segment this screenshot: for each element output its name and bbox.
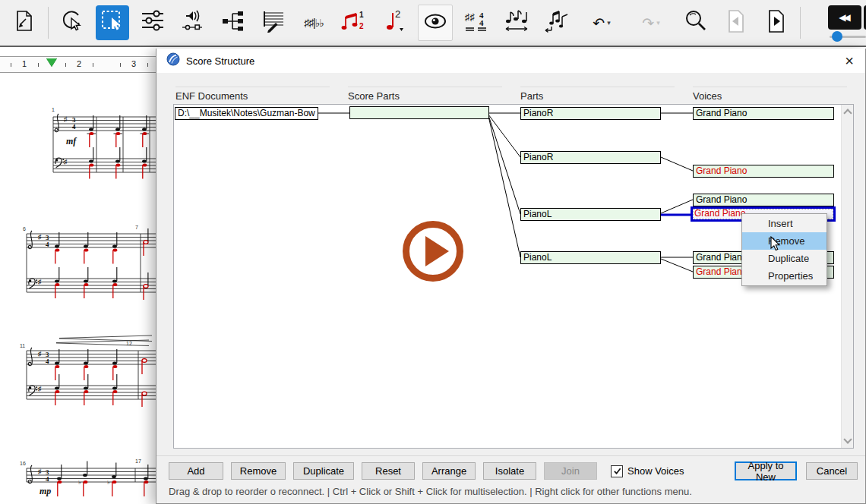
transpose-button[interactable] (540, 5, 574, 40)
marquee-select-icon (100, 8, 125, 37)
cancel-button[interactable]: Cancel (806, 462, 858, 480)
staff-pencil-icon (261, 10, 286, 36)
page-setup-icon (13, 9, 36, 36)
play-button[interactable] (403, 221, 463, 282)
svg-text:♯: ♯ (38, 278, 42, 285)
column-header-voices: Voices (693, 87, 847, 102)
svg-text:♭: ♭ (107, 479, 110, 486)
page-setup-button[interactable] (8, 5, 41, 40)
score-canvas[interactable]: ♯34 ♯ ♯34 ♯ ♯34 ♯ ♯34 (0, 71, 156, 504)
select-tool-button[interactable] (55, 5, 89, 40)
horizontal-ruler: 1 2 3 (0, 56, 156, 73)
enf-document-node[interactable]: D:\__Musitek\Notes\Guzman-Bow (175, 107, 318, 120)
scroll-up-icon[interactable] (843, 109, 852, 117)
svg-text:16: 16 (20, 461, 26, 466)
dialog-title: Score Structure (186, 55, 254, 67)
app-logo-icon (166, 52, 180, 69)
svg-text:♯♯: ♯♯ (465, 11, 475, 23)
svg-text:12: 12 (126, 341, 132, 346)
playback-controls: ◀◀ (826, 2, 866, 44)
part-node[interactable]: PianoR (520, 151, 661, 164)
svg-text:♯: ♯ (38, 233, 42, 241)
svg-text:11: 11 (20, 343, 25, 348)
playback-config-button[interactable] (176, 5, 210, 40)
svg-text:2: 2 (395, 8, 400, 20)
score-page[interactable]: 1 2 3 ♯34 (0, 49, 156, 504)
transpose-icon (544, 9, 570, 36)
properties-button[interactable] (136, 5, 169, 40)
part-node[interactable]: PianoR (520, 107, 661, 120)
toolbar-separator (800, 7, 801, 39)
voice-node[interactable]: Grand Piano (693, 194, 834, 206)
hairpin-crescendo (56, 335, 152, 346)
dialog-footer: Add Remove Duplicate Reset Arrange Isola… (169, 461, 858, 480)
note-spacing-button[interactable] (500, 5, 533, 40)
svg-text:♯: ♯ (64, 158, 68, 165)
toolbar-separator (48, 7, 49, 39)
menu-item-insert[interactable]: Insert (742, 215, 826, 232)
close-icon[interactable]: × (838, 50, 861, 71)
arrange-button[interactable]: Arrange (422, 462, 476, 480)
redo-icon: ↷ (642, 16, 654, 30)
prev-page-button (719, 5, 753, 40)
column-header-enf-documents: ENF Documents (175, 87, 330, 102)
remove-button[interactable]: Remove (231, 462, 286, 480)
staff-properties-button[interactable] (257, 5, 290, 40)
voice-colors-button[interactable]: 12 (337, 5, 371, 40)
scroll-down-icon[interactable] (843, 435, 852, 443)
isolate-button[interactable]: Isolate (483, 462, 536, 480)
column-header-score-parts: Score Parts (348, 87, 502, 102)
undo-icon: ↶ (593, 16, 605, 30)
svg-text:2: 2 (359, 22, 364, 30)
column-header-parts: Parts (520, 87, 675, 102)
add-button[interactable]: Add (169, 462, 223, 480)
main-toolbar: ♯♯|♭♭ 12 2 ♯♯44 ↶ ▾ ↷ ▾ (0, 0, 866, 47)
score-structure-button[interactable] (216, 5, 250, 40)
svg-text:4: 4 (72, 123, 76, 131)
check-icon (613, 467, 621, 475)
undo-button[interactable]: ↶ ▾ (580, 5, 623, 40)
accidentals-button[interactable]: ♯♯|♭♭ (297, 5, 330, 40)
voice-node[interactable]: Grand Piano (693, 165, 834, 178)
magnifier-icon (684, 9, 708, 36)
menu-item-remove[interactable]: Remove (742, 232, 826, 250)
redo-button[interactable]: ↷ ▾ (630, 5, 672, 40)
svg-text:6: 6 (23, 226, 26, 232)
next-page-button[interactable] (760, 5, 793, 40)
dialog-titlebar[interactable]: Score Structure × (156, 49, 865, 73)
redo-dropdown-icon: ▾ (656, 19, 660, 27)
key-time-signature-button[interactable]: ♯♯44 (460, 5, 493, 40)
dynamic-mp: mp (40, 486, 51, 496)
svg-text:4: 4 (479, 18, 484, 27)
menu-item-properties[interactable]: Properties (742, 267, 826, 285)
svg-text:4: 4 (46, 475, 49, 483)
zoom-button[interactable] (679, 5, 713, 40)
part-node[interactable]: PianoL (520, 251, 661, 264)
vertical-scrollbar[interactable] (841, 105, 853, 448)
volume-slider-thumb[interactable] (832, 31, 842, 42)
svg-text:♯: ♯ (38, 350, 42, 358)
duplicate-button[interactable]: Duplicate (293, 462, 354, 480)
footer-separator (156, 455, 865, 456)
voice-colors-icon: 12 (341, 9, 367, 36)
svg-text:♯: ♯ (38, 468, 42, 475)
show-voices-checkbox[interactable] (611, 465, 623, 477)
menu-item-duplicate[interactable]: Duplicate (742, 250, 826, 267)
reset-button[interactable]: Reset (362, 462, 415, 480)
ruler-position-marker[interactable] (46, 58, 57, 67)
marquee-select-button[interactable] (96, 5, 129, 40)
signatures: ♯34 ♯ ♯34 ♯ ♯34 ♯ ♯34 (38, 115, 76, 483)
voice-number-button[interactable]: 2 (378, 5, 411, 40)
prev-page-icon (725, 9, 747, 36)
undo-dropdown-icon[interactable]: ▾ (607, 19, 611, 27)
status-bar-text: Drag & drop to reorder o reconnect. | Ct… (169, 486, 692, 497)
rewind-button[interactable]: ◀◀ (828, 5, 861, 30)
show-hidden-button[interactable] (418, 5, 453, 41)
svg-text:4: 4 (46, 358, 49, 365)
svg-text:1: 1 (52, 107, 55, 112)
apply-to-new-button[interactable]: Apply to New (735, 461, 797, 480)
score-part-node[interactable] (349, 106, 489, 119)
voice-node[interactable]: Grand Piano (693, 107, 834, 120)
part-node[interactable]: PianoL (520, 208, 661, 221)
context-menu: Insert Remove Duplicate Properties (741, 213, 827, 286)
